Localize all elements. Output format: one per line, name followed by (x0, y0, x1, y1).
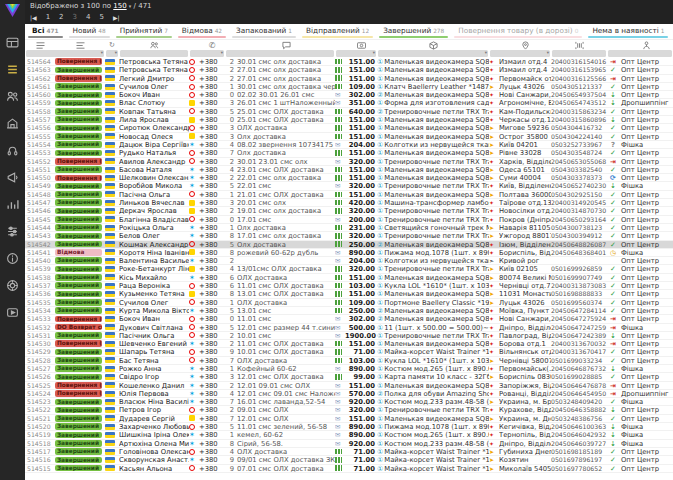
sidebar-item-statistics[interactable] (6, 198, 19, 211)
table-row[interactable]: 514516ЗавершенийСкворунская Анаст...✶+38… (25, 456, 673, 464)
table-row[interactable]: 514525Повернення (з...Кошеленко Данил✶+3… (25, 382, 673, 390)
table-row[interactable]: 514542ЗавершенийКошмак Александр+3805Олх… (25, 241, 673, 249)
table-row[interactable]: 514553ЗавершенийРудько Наталья+3807Олх д… (25, 149, 673, 157)
table-row[interactable]: 514517ЗавершенийГоловінова Олексан...+38… (25, 448, 673, 456)
table-row[interactable]: 514556ЗавершенийСиротюк Олександр+3803ОЛ… (25, 124, 673, 132)
table-row[interactable]: 514554ЗавершенийДацюк Віра Сергіївна✶+38… (25, 141, 673, 149)
table-row[interactable]: 514524Повернення (з...Юлія Первова✶+3804… (25, 390, 673, 398)
table-row[interactable]: 514536ЗавершенийКузьменко Тетяна+380813.… (25, 290, 673, 298)
table-row[interactable]: 514550Повернення (з...Шелковин Олексан..… (25, 174, 673, 182)
column-header-supplier[interactable] (619, 40, 673, 50)
table-row[interactable]: 514515ЗавершенийКасьян Альона+380907.01 … (25, 465, 673, 473)
tab-1[interactable]: Всі471 (25, 24, 66, 39)
table-row[interactable]: 514519ЗавершенийШишкіна Іріна Олек...✶+3… (25, 431, 673, 439)
filter-client[interactable] (120, 50, 188, 57)
table-row[interactable]: 514555ЗавершенийНовосад Олеся+3803Олх до… (25, 133, 673, 141)
last-page-button[interactable]: ▶| (113, 14, 120, 21)
filter-product[interactable]: ▾ (378, 50, 488, 57)
page-button-5[interactable]: 5 (100, 13, 104, 21)
tab-2[interactable]: Новий48 (66, 24, 113, 39)
table-row[interactable]: 514530Повернення (з...Шевченко Евгений✶+… (25, 340, 673, 348)
table-row[interactable]: 514560ЗавершенийБокоч Иван+380002.02 30.… (25, 91, 673, 99)
filter-source[interactable]: ▾ (106, 50, 118, 57)
table-row[interactable]: 514527ЗавершенийРожко Анна✶+3801Кофейный… (25, 365, 673, 373)
table-row[interactable]: 514521ЗавершенийДударев Сергій+380712.01… (25, 415, 673, 423)
table-row[interactable]: 514561ЗавершенийСучилов Олег+380130.01 с… (25, 83, 673, 91)
column-header-id[interactable] (25, 40, 55, 50)
table-row[interactable]: 514563ЗавершенийПетровська Тетяна+380227… (25, 66, 673, 74)
table-row[interactable]: 514538ЗавершенийКісь Михайло✶+3806ОЛХ до… (25, 274, 673, 282)
tab-6[interactable]: Відправлений12 (299, 24, 376, 39)
column-header-product[interactable] (377, 40, 489, 50)
table-row[interactable]: 514564Повернення (з...Петровська Тетяна+… (25, 58, 673, 66)
sidebar-item-marketing[interactable] (6, 171, 19, 184)
table-row[interactable]: 514552Повернення (з...Авилов Александр+3… (25, 158, 673, 166)
table-row[interactable]: 514537ЗавершенийРаца Вероніка+380611.01 … (25, 282, 673, 290)
sidebar-item-telephony[interactable] (6, 144, 19, 157)
filter-phone[interactable]: ▾ (190, 50, 224, 57)
filter-supplier[interactable] (608, 50, 672, 57)
filter-status[interactable]: ▾ (26, 50, 104, 57)
table-row[interactable]: 514544ЗавершенийРокіцька Ольга✶+3801Олх … (25, 224, 673, 232)
table-row[interactable]: 514533Повернення (з...Бокоч Иван+380011.… (25, 315, 673, 323)
sidebar-item-clients[interactable] (6, 90, 19, 103)
column-header-client[interactable] (119, 40, 189, 50)
filter-address[interactable]: ▾ (490, 50, 550, 57)
page-button-3[interactable]: 3 (73, 13, 77, 21)
table-row[interactable]: 514543ЗавершенийБелов Олег✶+380817.01 см… (25, 232, 673, 240)
table-row[interactable]: 514545ЗавершенийБлагінна Владіслава+3800… (25, 216, 673, 224)
table-row[interactable]: 514534ЗавершенийКурта Микола Вікто...✶+3… (25, 307, 673, 315)
page-button-4[interactable]: 4 (86, 13, 90, 21)
table-row[interactable]: 514562Повернення (з...Легкий Дмитро+3802… (25, 75, 673, 83)
table-row[interactable]: 514523ЗавершенийВласюк Ніна Василі...✶+3… (25, 398, 673, 406)
filter-tracking[interactable] (552, 50, 606, 57)
column-header-address[interactable] (499, 40, 551, 50)
table-row[interactable]: 514520ЗавершенийЗахарченко Любовь+380511… (25, 423, 673, 431)
table-row[interactable]: 514540ЗавершенийВалентина Василье...✶+38… (25, 257, 673, 265)
app-logo[interactable] (4, 3, 21, 22)
table-row[interactable]: 514549ЗавершенийВоробйов Микола✶+380522.… (25, 182, 673, 190)
sidebar-item-dashboard[interactable] (6, 36, 19, 49)
table-row[interactable]: 514559ЗавершенийВлас Слотюу+380326.01 см… (25, 99, 673, 107)
tab-8[interactable]: Повернення товару (в дорозі)0 (451, 24, 585, 39)
sidebar-item-settings[interactable] (6, 225, 19, 238)
tab-5[interactable]: Запакований1 (229, 24, 299, 39)
table-row[interactable]: 514546ЗавершенийДеркач Ярослав+380219.01… (25, 207, 673, 215)
column-header-phone[interactable]: ✆ (199, 40, 225, 50)
table-row[interactable]: 514529ЗавершенийШапарь Тетяна+380910.01 … (25, 348, 673, 356)
table-row[interactable]: 514551ЗавершенийБасова Наталя✶+380423.01… (25, 166, 673, 174)
table-row[interactable]: 514526ЗавершенийСвідро Ігор✶+380312.01 с… (25, 373, 673, 381)
table-row[interactable]: 514539ЗавершенийРоке-Бетанкурт Лін...+38… (25, 265, 673, 273)
table-row[interactable]: 514558ЗавершенийКовпак Татьяна+380525.01… (25, 108, 673, 116)
tab-9[interactable]: Нема в наявності1 (585, 24, 671, 39)
table-row[interactable]: 514541ВідмоваКоротя Ніна Іванівна+3808ро… (25, 249, 673, 257)
filter-total[interactable]: ▾ (336, 50, 376, 57)
tab-3[interactable]: Прийнятий7 (113, 24, 175, 39)
sidebar-item-company[interactable] (6, 117, 19, 130)
column-header-source[interactable]: ↻ (105, 40, 119, 50)
table-row[interactable]: 514532DO Возврат ск...Дукович Світлана+3… (25, 324, 673, 332)
table-row[interactable]: 514522ЗавершенийПетров Ігор+380209.01 см… (25, 406, 673, 414)
column-header-comment[interactable] (237, 40, 335, 50)
sidebar-item-video-tutorials[interactable] (6, 306, 19, 319)
first-page-button[interactable]: |◀ (30, 14, 37, 21)
page-button-2[interactable]: 2 (59, 13, 63, 21)
sidebar-item-support[interactable] (6, 279, 19, 292)
filter-comment[interactable] (226, 50, 334, 57)
table-row[interactable]: 514557ЗавершенийЛила Ярослав+380025.01 с… (25, 116, 673, 124)
column-header-status[interactable] (55, 40, 105, 50)
table-row[interactable]: 514528ЗавершенийБас Тетяна+3807ОЛХ доста… (25, 357, 673, 365)
tab-4[interactable]: Відмова42 (175, 24, 229, 39)
table-row[interactable]: 514547ЗавершенийЛиньков Вячеслав+380320.… (25, 199, 673, 207)
tab-7[interactable]: Завершений278 (376, 24, 451, 39)
column-header-tracking[interactable] (551, 40, 607, 50)
table-row[interactable]: 514518ЗавершенийАртюхіна Олена Ми...✶+38… (25, 440, 673, 448)
table-row[interactable]: 514535ЗавершенийСучилов Олег+3801ОЛХ дос… (25, 299, 673, 307)
page-size-dropdown[interactable]: 150 (113, 2, 126, 10)
table-row[interactable]: 514548ЗавершенийПасічна Ольга+380121.01 … (25, 191, 673, 199)
sidebar-item-info[interactable] (6, 252, 19, 265)
column-header-total[interactable] (345, 40, 377, 50)
sidebar-item-orders[interactable] (6, 63, 19, 76)
table-row[interactable]: 514531ЗавершенийПасічник Ольга+380210.01… (25, 332, 673, 340)
page-button-1[interactable]: 1 (46, 13, 50, 21)
